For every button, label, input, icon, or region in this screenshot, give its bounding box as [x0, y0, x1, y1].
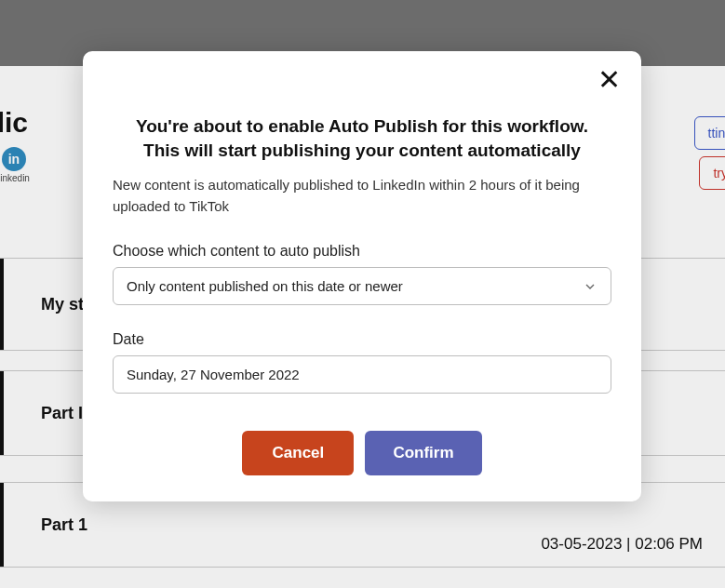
confirm-button[interactable]: Confirm [365, 431, 481, 475]
auto-publish-modal: ✕ You're about to enable Auto Publish fo… [83, 51, 641, 501]
modal-description: New content is automatically published t… [113, 175, 611, 217]
modal-button-row: Cancel Confirm [113, 431, 611, 475]
close-icon[interactable]: ✕ [597, 66, 621, 94]
date-value: Sunday, 27 November 2022 [127, 367, 300, 382]
modal-title: You're about to enable Auto Publish for … [128, 114, 597, 162]
content-filter-select[interactable]: Only content published on this date or n… [113, 267, 611, 305]
date-input[interactable]: Sunday, 27 November 2022 [113, 355, 611, 394]
chevron-down-icon [583, 279, 597, 294]
cancel-button[interactable]: Cancel [242, 431, 354, 475]
date-label: Date [113, 331, 611, 348]
choose-content-label: Choose which content to auto publish [113, 243, 611, 260]
select-value: Only content published on this date or n… [127, 278, 403, 294]
